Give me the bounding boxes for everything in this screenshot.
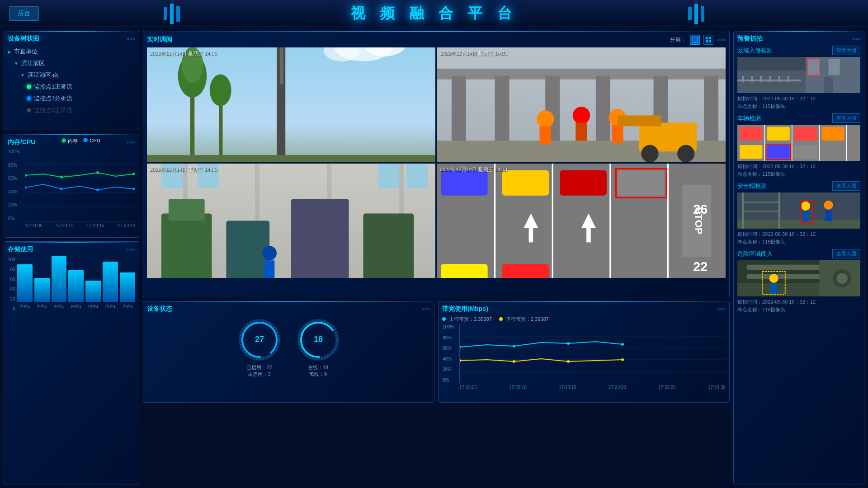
svg-point-158	[769, 274, 778, 283]
alert-2-view-btn[interactable]: 查看大图	[832, 181, 860, 191]
svg-rect-40	[539, 126, 551, 144]
alert-1-meta: 抓拍时间：2022-09-30 16：32：12 布点名称：115摄像头	[737, 163, 860, 178]
mem-cpu-header: 内存/CPU 内存 CPU >>>	[8, 138, 135, 146]
split-2x2-btn[interactable]	[703, 35, 713, 45]
monitor-panel: 实时调阅 分屏： >>>	[143, 31, 730, 297]
split-controls: 分屏： >>>	[670, 35, 726, 45]
alert-3-view-btn[interactable]: 查看大图	[832, 249, 860, 258]
svg-point-11	[132, 188, 135, 190]
tree-item-binjiang[interactable]: ▼ 滨江浦区	[8, 57, 135, 69]
monitor-more[interactable]: >>>	[717, 37, 726, 42]
header-deco-left	[127, 0, 217, 27]
svg-point-9	[60, 188, 63, 190]
svg-rect-159	[770, 283, 778, 294]
alert-0-view-btn[interactable]: 查看大图	[832, 46, 860, 55]
tree-item-point1-normal[interactable]: 监控点1正常流	[8, 81, 135, 93]
legend-up: 上行带宽：2.39687	[442, 316, 492, 323]
storage-more[interactable]: >>>	[127, 247, 135, 252]
storage-bar-chart: 内存1 内存1 内存1 内存1	[17, 257, 135, 311]
svg-rect-12	[692, 37, 698, 42]
alert-3-img-svg	[737, 260, 860, 296]
svg-text:11: 11	[693, 164, 708, 166]
gauge-1-wrap: 27 已启用：27 未启用：3	[237, 317, 282, 378]
tree-item-city[interactable]: ▶ 市直单位	[8, 46, 135, 57]
svg-rect-141	[737, 220, 860, 229]
svg-rect-63	[291, 199, 349, 278]
alert-2-meta: 抓拍时间：2022-09-30 16：32：12 布点名称：115摄像头	[737, 230, 860, 245]
gauge-2-label1: 在线：18	[308, 364, 328, 371]
svg-rect-60	[161, 214, 212, 278]
svg-rect-130	[821, 127, 844, 141]
tree-item-binjiang-south[interactable]: ▼ 滨江浦区-南	[8, 69, 135, 81]
parking-scene-svg: STOP 22 11 26	[437, 164, 726, 278]
tree-item-point2-normal[interactable]: 监控点2正常流	[8, 104, 135, 116]
mem-cpu-more[interactable]: >>>	[127, 140, 135, 145]
alert-0-img-svg	[737, 57, 860, 93]
monitor-header: 实时调阅 分屏： >>>	[147, 35, 726, 45]
device-tree-more[interactable]: >>>	[127, 36, 135, 42]
legend-green-dot	[61, 138, 66, 143]
svg-point-39	[537, 110, 554, 127]
alert-3-img	[737, 260, 860, 296]
bar-col-3: 内存1	[68, 270, 84, 310]
svg-rect-33	[495, 76, 509, 148]
alerts-more[interactable]: >>>	[852, 36, 860, 42]
svg-rect-42	[576, 122, 587, 141]
svg-rect-84	[560, 170, 607, 196]
video-cell-1[interactable]: 2022年12月14日 星期三 14:03	[147, 47, 435, 162]
bandwidth-title: 带宽使用(Mbps)	[442, 305, 488, 313]
bar-6	[120, 272, 135, 302]
svg-rect-13	[706, 37, 708, 39]
mem-cpu-chart-area: 100% 80% 60% 40% 20% 0%	[25, 149, 135, 221]
svg-rect-48	[618, 115, 661, 126]
bandwidth-more[interactable]: >>>	[717, 306, 726, 312]
bandwidth-legend: 上行带宽：2.39687 下行带宽：2.39687	[442, 316, 726, 323]
bar-col-4: 内存1	[85, 281, 101, 310]
svg-point-8	[25, 186, 27, 189]
bar-col-6: 内存1	[120, 272, 135, 310]
factory-scene-svg	[147, 164, 435, 278]
bandwidth-panel: 带宽使用(Mbps) >>> 上行带宽：2.39687 下行带宽：2.39687	[438, 301, 730, 403]
svg-rect-149	[825, 210, 831, 221]
gauge-2: 18	[296, 317, 341, 362]
bar-0	[17, 264, 33, 302]
header: 后台 视 频 融 合 平 台	[0, 0, 868, 27]
status-dot-gray	[27, 108, 31, 113]
bandwidth-x-labels: 17:23:05 17:23:10 17:23:15 17:23:20 17:2…	[459, 385, 726, 390]
bar-2	[52, 256, 67, 302]
svg-rect-117	[824, 77, 833, 93]
legend-cpu: CPU	[83, 138, 100, 145]
alert-1-view-btn[interactable]: 查看大图	[832, 113, 860, 123]
svg-rect-124	[788, 76, 789, 82]
split-1x1-btn[interactable]	[690, 35, 700, 45]
svg-rect-121	[760, 76, 762, 82]
back-button[interactable]: 后台	[9, 6, 39, 21]
svg-rect-16	[709, 40, 711, 42]
svg-point-10	[96, 188, 99, 191]
alert-item-2: 安全帽检测 查看大图	[737, 181, 860, 245]
device-status-panel: 设备状态 >>>	[143, 301, 434, 403]
video-cell-3[interactable]: 2022年12月14日 星期三 14:03	[147, 164, 435, 278]
svg-rect-75	[586, 228, 591, 242]
svg-rect-123	[778, 76, 780, 82]
svg-rect-15	[706, 40, 708, 42]
svg-rect-31	[437, 69, 726, 80]
page-title: 视 频 融 合 平 台	[351, 4, 517, 23]
svg-point-146	[801, 202, 810, 211]
svg-rect-116	[828, 59, 840, 75]
svg-point-4	[25, 174, 27, 177]
alert-2-img	[737, 192, 860, 229]
alert-3-meta: 抓拍时间：2022-09-30 16：32：12 布点名称：115摄像头	[737, 298, 860, 313]
svg-rect-89	[502, 264, 549, 278]
svg-rect-132	[767, 145, 789, 159]
timestamp-2: 2022年12月14日 星期三 14:03	[440, 50, 507, 57]
svg-rect-133	[794, 145, 817, 159]
video-cell-4[interactable]: 2022年12月14日 星期三 14:03	[437, 164, 726, 278]
svg-rect-143	[742, 211, 778, 212]
tree-item-point1-analysis[interactable]: 监控点1分析流	[8, 93, 135, 104]
video-cell-2[interactable]: 2022年12月14日 星期三 14:03	[437, 47, 726, 162]
device-status-more[interactable]: >>>	[422, 306, 430, 312]
svg-rect-120	[751, 76, 753, 82]
construction-scene-svg	[437, 47, 726, 162]
alert-1-header: 车辆检测 查看大图	[737, 113, 860, 123]
